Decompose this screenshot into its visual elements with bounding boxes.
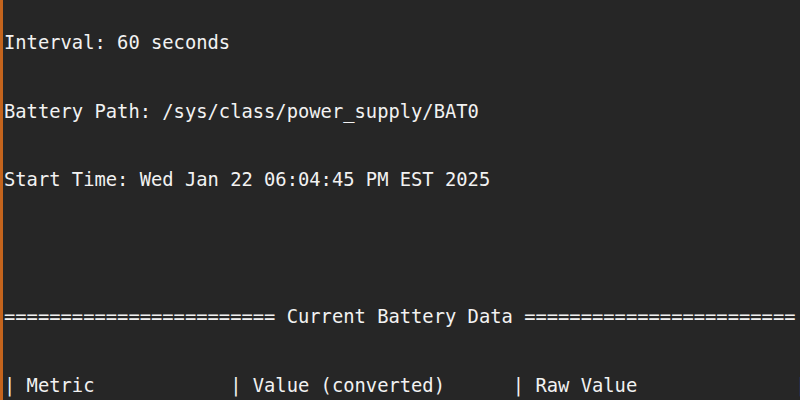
terminal-line-interval: Interval: 60 seconds	[4, 30, 800, 57]
table-title-rule: ======================== Current Battery…	[4, 304, 800, 331]
terminal-output: Interval: 60 seconds Battery Path: /sys/…	[4, 0, 800, 400]
terminal-line-blank	[4, 236, 800, 263]
terminal-line-start-time: Start Time: Wed Jan 22 06:04:45 PM EST 2…	[4, 167, 800, 194]
terminal-window[interactable]: Interval: 60 seconds Battery Path: /sys/…	[0, 0, 800, 400]
table-header-row: | Metric | Value (converted) | Raw Value…	[4, 373, 800, 400]
terminal-line-battery-path: Battery Path: /sys/class/power_supply/BA…	[4, 99, 800, 126]
window-edge-accent-bar	[0, 0, 3, 400]
